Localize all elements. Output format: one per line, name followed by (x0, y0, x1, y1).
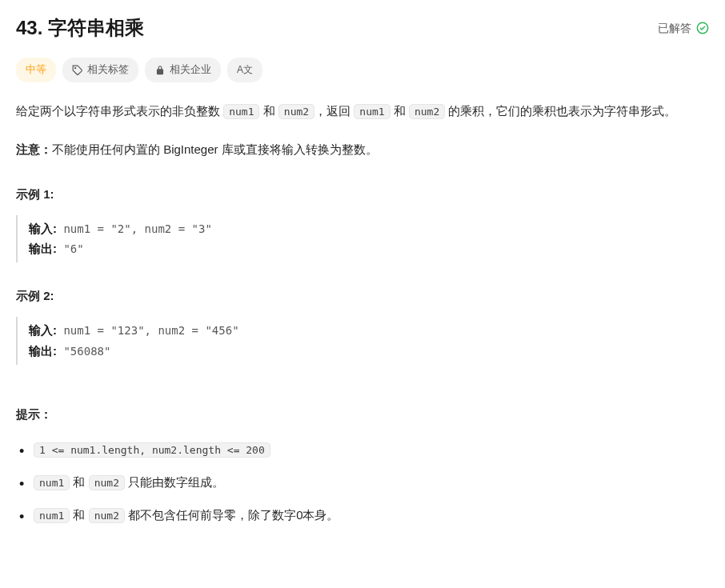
hints-heading: 提示： (16, 405, 709, 424)
tags-row: 中等 相关标签 相关企业 A文 (16, 58, 709, 82)
example-1-heading: 示例 1: (16, 185, 709, 204)
code-num1: num1 (354, 104, 390, 119)
desc-paragraph-1: 给定两个以字符串形式表示的非负整数 num1 和 num2，返回 num1 和 … (16, 100, 709, 122)
input-value: num1 = "123", num2 = "456" (57, 324, 239, 337)
companies-label: 相关企业 (170, 62, 211, 78)
check-circle-icon (696, 22, 709, 34)
lock-icon (154, 65, 166, 76)
page-title: 43. 字符串相乘 (16, 13, 144, 43)
code-num2: num2 (409, 104, 445, 119)
solved-status: 已解答 (658, 19, 709, 37)
svg-point-1 (75, 67, 76, 68)
hint-item: num1 和 num2 只能由数字组成。 (19, 471, 709, 493)
tag-icon (72, 65, 83, 76)
description: 给定两个以字符串形式表示的非负整数 num1 和 num2，返回 num1 和 … (16, 100, 709, 161)
example-2-block: 输入: num1 = "123", num2 = "456" 输出: "5608… (16, 317, 709, 365)
example-2-heading: 示例 2: (16, 286, 709, 306)
code-num2: num2 (278, 104, 314, 119)
companies-tag[interactable]: 相关企业 (145, 58, 221, 82)
hints-list: 1 <= num1.length, num2.length <= 200 num… (16, 438, 709, 526)
example-1-block: 输入: num1 = "2", num2 = "3" 输出: "6" (16, 215, 709, 263)
solved-label: 已解答 (658, 19, 691, 37)
hint-item: 1 <= num1.length, num2.length <= 200 (19, 438, 709, 460)
code-num1: num1 (34, 508, 70, 523)
translate-icon: A文 (237, 62, 253, 78)
output-label: 输出: (29, 242, 57, 255)
input-value: num1 = "2", num2 = "3" (57, 222, 212, 235)
input-label: 输入: (29, 222, 57, 235)
input-label: 输入: (29, 323, 57, 337)
code-num2: num2 (89, 508, 125, 523)
translate-tag[interactable]: A文 (227, 58, 262, 82)
hint-code: 1 <= num1.length, num2.length <= 200 (34, 442, 270, 458)
output-value: "56088" (57, 345, 110, 358)
topics-label: 相关标签 (87, 62, 129, 78)
output-value: "6" (57, 242, 84, 255)
code-num2: num2 (89, 475, 125, 490)
hint-item: num1 和 num2 都不包含任何前导零，除了数字0本身。 (19, 504, 709, 526)
code-num1: num1 (223, 104, 259, 119)
header-row: 43. 字符串相乘 已解答 (16, 13, 709, 43)
topics-tag[interactable]: 相关标签 (62, 58, 138, 82)
difficulty-tag[interactable]: 中等 (16, 58, 56, 82)
output-label: 输出: (29, 344, 57, 358)
desc-paragraph-2: 注意：不能使用任何内置的 BigInteger 库或直接将输入转换为整数。 (16, 138, 709, 161)
code-num1: num1 (34, 475, 70, 490)
